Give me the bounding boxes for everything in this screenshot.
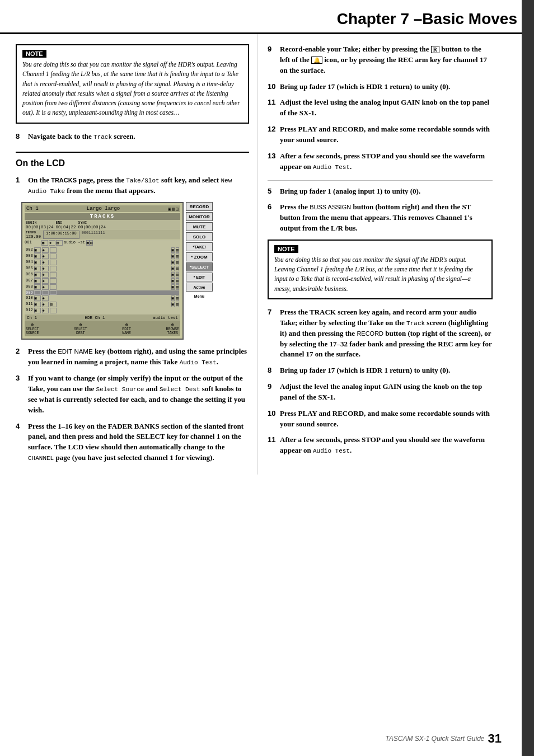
lcd-btn-active-menu[interactable]: ActiveMenu [186,283,213,292]
step-content-2: Press the EDIT NAME key (bottom right), … [28,346,249,368]
step-num-8: 8 [16,132,28,142]
step-num-9a: 9 [268,44,280,76]
step-num-11b: 11 [268,435,280,456]
step-10b: 10 Press PLAY and RECORD, and make some … [268,408,493,430]
step-num-10b: 10 [268,408,280,430]
step-6-lcd: 6 Press the BUSS ASSIGN button (bottom r… [268,202,493,234]
lcd-tempo-row: TEMPO120.00 1:00:00:15:00 0001111111 [25,230,180,240]
lcd-btn-solo[interactable]: SOLO [186,232,213,241]
step-content-11a: Adjust the level using the analog input … [280,97,493,119]
section-divider [16,152,249,153]
lcd-btn-take-slot[interactable]: *TAKE/SLOT [186,242,213,251]
step-9-right: 9 Record-enable your Take; either by pre… [268,44,493,76]
step-num-2: 2 [16,346,28,368]
main-content: NOTE You are doing this so that you can … [0,34,534,475]
step-content-10b: Press PLAY and RECORD, and make some rec… [280,408,493,430]
note-label-2: NOTE [274,245,298,253]
step-8b: 8 Bring up fader 17 (which is HDR 1 retu… [268,365,493,376]
lcd-tracks-title: TRACKS [25,213,180,220]
step-10a: 10 Bring up fader 17 (which is HDR 1 ret… [268,82,493,92]
step-content-3: If you want to change (or simply verify)… [28,373,249,415]
step-7-lcd: 7 Press the TRACK screen key again, and … [268,307,493,360]
lcd-btn-mute[interactable]: MUTE [186,222,213,231]
right-col-divider [268,180,493,181]
step-num-4: 4 [16,421,28,463]
step-1-lcd: 1 On the TRACKS page, press the Take/Slo… [16,175,249,196]
lcd-screen-container: Ch 1 Largo largo ▣ ▥ ◫ TRACKS BEGIN00|00… [21,202,212,340]
step-2-lcd: 2 Press the EDIT NAME key (bottom right)… [16,346,249,368]
lcd-btn-record[interactable]: RECORD [186,202,213,211]
step-num-11a: 11 [268,97,280,119]
footer-text: TASCAM SX-1 Quick Start Guide [385,735,484,743]
note-box-2: NOTE You are doing this so that you can … [268,240,493,299]
lcd-btn-select[interactable]: *SELECT [186,262,213,271]
lcd-top-bar: Ch 1 Largo largo ▣ ▥ ◫ [25,205,180,212]
step-num-3: 3 [16,373,28,415]
step-num-7: 7 [268,307,280,360]
section-title-lcd: On the LCD [16,158,249,168]
lcd-footer-row: Ch 1 HDR Ch 1 audio test [25,314,180,321]
lcd-title: Largo largo [87,206,120,212]
lcd-ch-rows-rest: 002▣◈ ▣▥ 003▣◈ ▣▥ 004▣◈ ▣▥ 005▣◈ ▣▥ 006▣… [25,246,180,314]
lcd-channels: 001 ▣ ◈ ▤ audio -st ▣ ▥ 002▣◈ ▣▥ 003▣◈ ▣… [25,240,180,314]
step-4-lcd: 4 Press the 1–16 key on the FADER BANKS … [16,421,249,463]
step-num-5: 5 [268,186,280,197]
right-sidebar-bar [522,0,534,756]
note-text-2: You are doing this so that you can monit… [274,255,486,294]
step-11b: 11 After a few seconds, press STOP and y… [268,435,493,456]
step-content-12a: Press PLAY and RECORD, and make some rec… [280,124,493,145]
lcd-ch-label: Ch 1 [26,206,39,212]
step-content-6: Press the BUSS ASSIGN button (bottom rig… [280,202,493,234]
step-13a: 13 After a few seconds, press STOP and y… [268,151,493,172]
note-text-1: You are doing this so that you can monit… [22,60,242,118]
step-content-10a: Bring up fader 17 (which is HDR 1 return… [280,82,493,92]
lcd-btn-monitor[interactable]: MONITOR [186,212,213,221]
step-content-8: Navigate back to the Track screen. [28,132,249,142]
step-num-12a: 12 [268,124,280,145]
step-content-8b: Bring up fader 17 (which is HDR 1 return… [280,365,493,376]
step-9b: 9 Adjust the level the analog input GAIN… [268,382,493,403]
step-content-5: Bring up fader 1 (analog input 1) to uni… [280,186,493,197]
step-num-6: 6 [268,202,280,234]
footer-page-number: 31 [488,731,502,746]
step-content-4: Press the 1–16 key on the FADER BANKS se… [28,421,249,463]
step-num-1: 1 [16,175,28,196]
step-num-10a: 10 [268,82,280,92]
lcd-icons: ▣ ▥ ◫ [168,206,179,212]
note-label-1: NOTE [22,50,46,58]
step-content-1: On the TRACKS page, press the Take/Slot … [28,175,249,196]
step-5-lcd: 5 Bring up fader 1 (analog input 1) to u… [268,186,493,197]
lcd-right-buttons: RECORD MONITOR MUTE SOLO *TAKE/SLOT * ZO… [186,202,213,292]
step-content-13a: After a few seconds, press STOP and you … [280,151,493,172]
chapter-header: Chapter 7 –Basic Moves [0,0,534,34]
lcd-timecode-row: BEGIN00|00|03|24 END00|04|22 SYNC00|00|0… [25,220,180,230]
step-num-13a: 13 [268,151,280,172]
page-footer: TASCAM SX-1 Quick Start Guide 31 [0,731,522,746]
lcd-screen: Ch 1 Largo largo ▣ ▥ ◫ TRACKS BEGIN00|00… [21,202,184,340]
lcd-btn-zoom[interactable]: * ZOOM [186,252,213,261]
step-content-7: Press the TRACK screen key again, and re… [280,307,493,360]
step-content-11b: After a few seconds, press STOP and you … [280,435,493,456]
step-8-left: 8 Navigate back to the Track screen. [16,132,249,142]
step-num-8b: 8 [268,365,280,376]
lcd-ch-row-1: 001 ▣ ◈ ▤ audio -st ▣ ▥ [25,240,180,246]
left-column: NOTE You are doing this so that you can … [0,34,257,475]
note-box-1: NOTE You are doing this so that you can … [16,44,249,124]
lcd-btn-edit-name[interactable]: * EDITNAME [186,273,213,281]
step-content-9b: Adjust the level the analog input GAIN u… [280,382,493,403]
step-content-9a: Record-enable your Take; either by press… [280,44,493,76]
step-num-9b: 9 [268,382,280,403]
lcd-soft-keys: ⊛ SELECTSOURCE ⊛ SELECTDEST ⊛ EDITNAME ⊛… [25,321,180,336]
step-3-lcd: 3 If you want to change (or simply verif… [16,373,249,415]
right-column: 9 Record-enable your Take; either by pre… [257,34,515,475]
chapter-title: Chapter 7 –Basic Moves [0,10,517,28]
step-12a: 12 Press PLAY and RECORD, and make some … [268,124,493,145]
step-11a: 11 Adjust the level using the analog inp… [268,97,493,119]
